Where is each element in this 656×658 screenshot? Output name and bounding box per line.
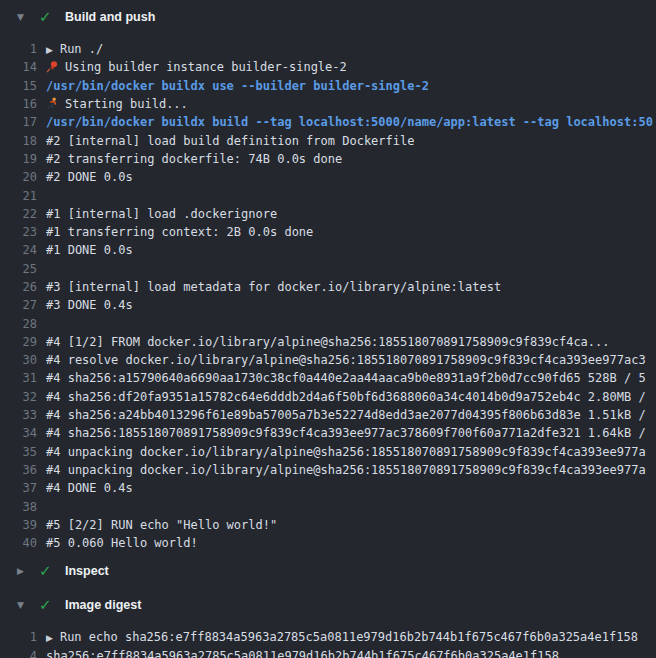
log-line: 16Starting build... <box>0 95 656 113</box>
log-line: 33#4 sha256:a24bb4013296f61e89ba57005a7b… <box>0 406 656 424</box>
log-line: 39#5 [2/2] RUN echo "Hello world!" <box>0 516 656 534</box>
log-command-text: /usr/bin/docker buildx build --tag local… <box>37 115 653 129</box>
log-line: 24#1 DONE 0.0s <box>0 241 656 259</box>
log-line: 23#1 transferring context: 2B 0.0s done <box>0 223 656 241</box>
log-line: 36#4 unpacking docker.io/library/alpine@… <box>0 461 656 479</box>
line-number[interactable]: 15 <box>0 79 37 93</box>
log-text: #1 DONE 0.0s <box>37 243 133 257</box>
check-icon: ✓ <box>39 564 55 579</box>
log-text: #3 DONE 0.4s <box>37 298 133 312</box>
log-text: #4 unpacking docker.io/library/alpine@sh… <box>37 445 646 459</box>
log-line: 32#4 sha256:df20fa9351a15782c64e6dddb2d4… <box>0 388 656 406</box>
run-step-label: Run echo sha256:e7ff8834a5963a2785c5a081… <box>60 630 638 644</box>
line-number[interactable]: 21 <box>0 189 37 203</box>
line-number[interactable]: 16 <box>0 97 37 111</box>
log-text: #4 sha256:a15790640a6690aa1730c38cf0a440… <box>37 371 646 385</box>
line-number[interactable]: 32 <box>0 390 37 404</box>
section-title: Image digest <box>65 598 141 612</box>
line-number[interactable]: 29 <box>0 335 37 349</box>
log-text: #1 transferring context: 2B 0.0s done <box>37 225 313 239</box>
expand-arrow-icon[interactable]: ▶ <box>46 633 53 643</box>
log-text: #4 sha256:df20fa9351a15782c64e6dddb2d4a6… <box>37 390 646 404</box>
line-number[interactable]: 31 <box>0 371 37 385</box>
line-number[interactable]: 22 <box>0 207 37 221</box>
log-line: 35#4 unpacking docker.io/library/alpine@… <box>0 443 656 461</box>
log-command-text: /usr/bin/docker buildx use --builder bui… <box>37 79 429 93</box>
line-number[interactable]: 18 <box>0 134 37 148</box>
log-text: #3 [internal] load metadata for docker.i… <box>37 280 501 294</box>
log-text: #4 DONE 0.4s <box>37 481 133 495</box>
line-number[interactable]: 34 <box>0 426 37 440</box>
log-text: #4 sha256:185518070891758909c9f839cf4ca3… <box>37 426 646 440</box>
section-title: Build and push <box>65 10 155 24</box>
log-line: 25 <box>0 260 656 278</box>
log-text: #1 [internal] load .dockerignore <box>37 207 277 221</box>
log-list: 1▶Run ./14Using builder instance builder… <box>0 34 656 554</box>
line-number[interactable]: 17 <box>0 115 37 129</box>
log-text: #2 DONE 0.0s <box>37 170 133 184</box>
line-number[interactable]: 1 <box>0 42 37 56</box>
log-text: ▶Run echo sha256:e7ff8834a5963a2785c5a08… <box>37 630 638 644</box>
log-line: 14Using builder instance builder-single-… <box>0 58 656 76</box>
log-line: 4sha256:e7ff8834a5963a2785c5a0811e979d16… <box>0 647 656 658</box>
log-text: #4 resolve docker.io/library/alpine@sha2… <box>37 353 646 367</box>
log-line: 27#3 DONE 0.4s <box>0 296 656 314</box>
chevron-down-icon: ▼ <box>17 13 29 22</box>
log-text: #5 [2/2] RUN echo "Hello world!" <box>37 518 277 532</box>
log-line: 22#1 [internal] load .dockerignore <box>0 205 656 223</box>
log-line: 19#2 transferring dockerfile: 74B 0.0s d… <box>0 150 656 168</box>
line-number[interactable]: 14 <box>0 60 37 74</box>
section-title: Inspect <box>65 564 109 578</box>
line-number[interactable]: 38 <box>0 500 37 514</box>
chevron-down-icon: ▼ <box>17 601 29 610</box>
log-text: #5 0.060 Hello world! <box>37 536 198 550</box>
line-number[interactable]: 19 <box>0 152 37 166</box>
log-text: #4 [1/2] FROM docker.io/library/alpine@s… <box>37 335 610 349</box>
line-number[interactable]: 1 <box>0 630 37 644</box>
check-icon: ✓ <box>39 10 55 25</box>
line-number[interactable]: 26 <box>0 280 37 294</box>
line-number[interactable]: 36 <box>0 463 37 477</box>
log-line: 1▶Run ./ <box>0 40 656 58</box>
line-number[interactable]: 24 <box>0 243 37 257</box>
section-header-image-digest[interactable]: ▼✓Image digest <box>0 588 656 622</box>
log-line: 26#3 [internal] load metadata for docker… <box>0 278 656 296</box>
line-number[interactable]: 25 <box>0 262 37 276</box>
section-header-inspect[interactable]: ▶✓Inspect <box>0 554 656 588</box>
log-line: 28 <box>0 314 656 332</box>
section-build-and-push: ▼✓Build and push1▶Run ./14Using builder … <box>0 0 656 554</box>
log-line: 34#4 sha256:185518070891758909c9f839cf4c… <box>0 424 656 442</box>
log-line: 20#2 DONE 0.0s <box>0 168 656 186</box>
log-text: sha256:e7ff8834a5963a2785c5a0811e979d16b… <box>37 649 559 658</box>
log-text: #2 transferring dockerfile: 74B 0.0s don… <box>37 152 342 166</box>
expand-arrow-icon[interactable]: ▶ <box>46 45 53 55</box>
line-number[interactable]: 33 <box>0 408 37 422</box>
check-icon: ✓ <box>39 598 55 613</box>
log-line: 37#4 DONE 0.4s <box>0 479 656 497</box>
log-text: #2 [internal] load build definition from… <box>37 134 414 148</box>
line-number[interactable]: 23 <box>0 225 37 239</box>
log-line: 38 <box>0 497 656 515</box>
log-line: 30#4 resolve docker.io/library/alpine@sh… <box>0 351 656 369</box>
actions-log-panel: ▼✓Build and push1▶Run ./14Using builder … <box>0 0 656 658</box>
line-number[interactable]: 40 <box>0 536 37 550</box>
line-number[interactable]: 39 <box>0 518 37 532</box>
line-number[interactable]: 27 <box>0 298 37 312</box>
line-number[interactable]: 20 <box>0 170 37 184</box>
line-number[interactable]: 37 <box>0 481 37 495</box>
log-line: 1▶Run echo sha256:e7ff8834a5963a2785c5a0… <box>0 628 656 646</box>
log-line: 31#4 sha256:a15790640a6690aa1730c38cf0a4… <box>0 369 656 387</box>
line-number[interactable]: 35 <box>0 445 37 459</box>
section-header-build-and-push[interactable]: ▼✓Build and push <box>0 0 656 34</box>
log-line: 21 <box>0 186 656 204</box>
section-inspect: ▶✓Inspect <box>0 554 656 588</box>
line-number[interactable]: 28 <box>0 317 37 331</box>
log-text: #4 unpacking docker.io/library/alpine@sh… <box>37 463 646 477</box>
log-line: 40#5 0.060 Hello world! <box>0 534 656 552</box>
log-text: #4 sha256:a24bb4013296f61e89ba57005a7b3e… <box>37 408 646 422</box>
log-text: Using builder instance builder-single-2 <box>65 60 347 74</box>
line-number[interactable]: 4 <box>0 649 37 658</box>
line-number[interactable]: 30 <box>0 353 37 367</box>
run-step-label: Run ./ <box>60 42 103 56</box>
log-text: Starting build... <box>37 97 188 111</box>
